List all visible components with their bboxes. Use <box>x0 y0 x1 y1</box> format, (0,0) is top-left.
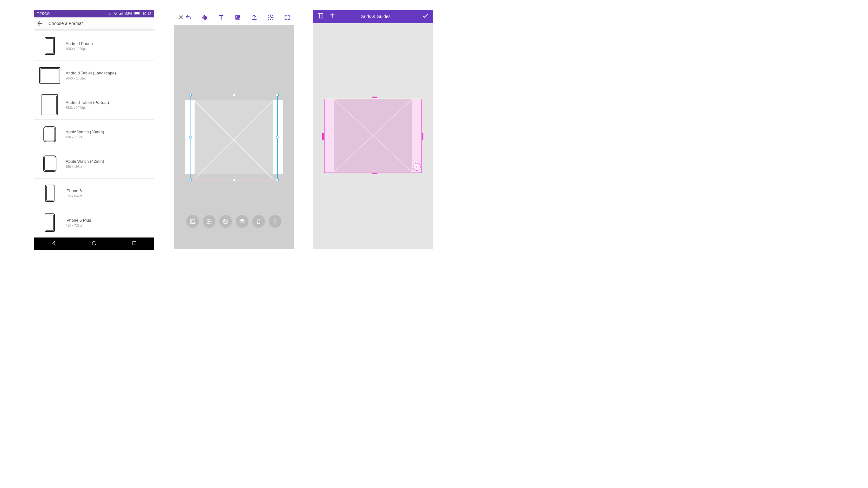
format-row[interactable]: Apple Watch (42mm)156 x 195pt <box>34 149 154 178</box>
image-placeholder[interactable] <box>194 100 273 174</box>
image-button[interactable] <box>233 13 242 22</box>
grid-toggle-button[interactable] <box>317 13 323 20</box>
check-icon <box>422 12 429 19</box>
grid-icon <box>317 13 323 19</box>
layers-icon <box>239 218 246 225</box>
fullscreen-button[interactable] <box>283 13 291 22</box>
format-row[interactable]: Android Tablet (Landscape)2048 x 1536pt <box>34 61 154 90</box>
add-guide-button[interactable]: + <box>413 163 421 171</box>
fullscreen-icon <box>284 14 290 21</box>
image-icon <box>189 218 196 225</box>
format-picker-screen: TESCO 98% 10:12 <box>34 10 154 249</box>
undo-icon <box>185 14 191 21</box>
nav-recent[interactable] <box>131 240 137 247</box>
editor-canvas[interactable] <box>174 25 294 230</box>
nav-back[interactable] <box>51 240 57 247</box>
confirm-button[interactable] <box>422 12 429 21</box>
format-row[interactable]: Android Phone1080 x 1920pt <box>34 31 154 61</box>
svg-point-24 <box>274 221 275 222</box>
device-thumbnail-icon <box>38 182 61 204</box>
placeholder-x-icon <box>194 100 273 179</box>
status-bar: TESCO 98% 10:12 <box>34 10 154 18</box>
upload-icon <box>251 14 257 21</box>
back-button[interactable] <box>36 19 44 28</box>
shape-button[interactable] <box>200 13 209 22</box>
format-dimensions: 156 x 195pt <box>66 165 104 168</box>
handle-n[interactable] <box>232 94 236 97</box>
guide-overlay[interactable] <box>324 99 422 173</box>
guide-left[interactable] <box>322 133 324 140</box>
settings-button[interactable] <box>266 13 275 22</box>
svg-rect-12 <box>236 15 240 19</box>
select-all-icon <box>206 218 213 225</box>
format-row[interactable]: iPhone 6375 x 667pt <box>34 178 154 208</box>
device-thumbnail-icon <box>38 93 61 116</box>
layers-button[interactable] <box>236 215 248 228</box>
grids-canvas[interactable]: + <box>313 23 433 249</box>
format-name: Apple Watch (38mm) <box>66 130 104 134</box>
status-carrier: TESCO <box>37 12 50 15</box>
text-button[interactable] <box>217 13 226 22</box>
battery-icon <box>134 12 141 15</box>
format-dimensions: 1080 x 1920pt <box>66 47 93 51</box>
wifi-icon <box>114 12 118 15</box>
guides-icon <box>329 13 336 19</box>
guide-bottom[interactable] <box>372 172 377 174</box>
guide-top[interactable] <box>372 97 377 98</box>
trash-icon <box>255 218 262 225</box>
format-name: Android Tablet (Portrait) <box>66 100 109 105</box>
arrow-left-icon <box>37 20 43 27</box>
format-name: Android Tablet (Landscape) <box>66 71 116 75</box>
plus-icon: + <box>415 164 418 169</box>
svg-rect-26 <box>318 13 323 19</box>
canvas-page <box>185 100 283 174</box>
pattern-icon <box>222 218 229 225</box>
grids-header-title: Grids & Guides <box>336 14 415 19</box>
format-dimensions: 375 x 667pt <box>66 194 82 198</box>
handle-se[interactable] <box>276 178 279 182</box>
triangle-back-icon <box>51 240 57 246</box>
svg-rect-3 <box>120 13 121 15</box>
undo-button[interactable] <box>184 13 193 22</box>
close-button[interactable] <box>178 13 184 22</box>
format-row[interactable]: Apple Watch (38mm)136 x 170pt <box>34 120 154 149</box>
battery-percent: 98% <box>125 12 132 15</box>
editor-screen <box>174 10 294 249</box>
circle-home-icon <box>91 240 97 246</box>
handle-sw[interactable] <box>189 178 192 182</box>
format-dimensions: 1536 x 2048pt <box>66 106 109 109</box>
svg-point-23 <box>274 219 275 220</box>
format-list[interactable]: Android Phone1080 x 1920ptAndroid Tablet… <box>34 30 154 237</box>
square-recent-icon <box>131 240 137 246</box>
upload-button[interactable] <box>250 13 258 22</box>
guides-toggle-button[interactable] <box>329 13 336 20</box>
svg-point-13 <box>236 16 237 17</box>
pattern-button[interactable] <box>219 215 232 228</box>
handle-ne[interactable] <box>276 94 279 97</box>
format-row[interactable]: iPhone 6 Plus414 x 736pt <box>34 208 154 237</box>
format-dimensions: 414 x 736pt <box>66 224 91 227</box>
trash-button[interactable] <box>252 215 265 228</box>
format-row[interactable]: Android Tablet (Portrait)1536 x 2048pt <box>34 90 154 120</box>
device-thumbnail-icon <box>38 64 61 87</box>
shape-icon <box>202 14 208 21</box>
device-thumbnail-icon <box>38 211 61 234</box>
format-name: Apple Watch (42mm) <box>66 159 104 164</box>
nav-home[interactable] <box>91 240 97 247</box>
image-button[interactable] <box>186 215 199 228</box>
select-all-button[interactable] <box>203 215 216 228</box>
more-button[interactable] <box>269 215 281 228</box>
image-icon <box>235 14 241 21</box>
grids-guides-screen: Grids & Guides + <box>313 10 433 249</box>
page-title: Choose a Format <box>49 21 83 26</box>
handle-nw[interactable] <box>189 94 192 97</box>
grids-header: Grids & Guides <box>313 10 433 23</box>
svg-point-21 <box>208 220 210 222</box>
format-dimensions: 2048 x 1536pt <box>66 77 116 80</box>
guide-right[interactable] <box>422 133 423 140</box>
svg-point-9 <box>92 241 96 245</box>
svg-rect-5 <box>122 12 123 15</box>
svg-rect-2 <box>120 14 120 14</box>
device-thumbnail-icon <box>38 123 61 146</box>
svg-rect-10 <box>132 241 136 245</box>
